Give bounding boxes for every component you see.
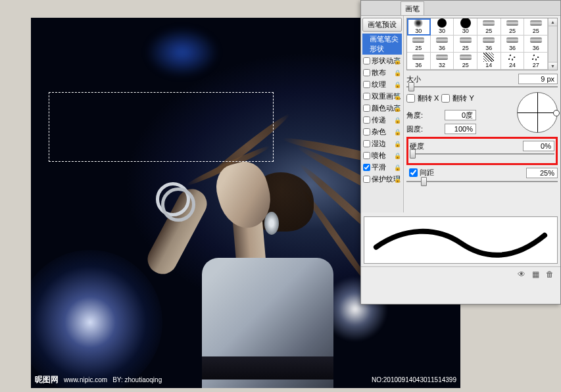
tips-scrollbar[interactable]: ▲▼ xyxy=(548,18,557,70)
brush-tip-icon xyxy=(530,36,542,45)
brush-option-dual-checkbox[interactable] xyxy=(363,93,370,100)
brush-tip-size: 25 xyxy=(485,28,492,34)
brush-tip-cell[interactable]: 14 xyxy=(477,53,501,70)
brush-option-transfer-checkbox[interactable] xyxy=(363,116,370,124)
brush-tip-icon xyxy=(412,36,424,45)
brush-option-airbrush-checkbox[interactable] xyxy=(363,152,370,159)
hardness-input[interactable] xyxy=(523,141,554,151)
brush-option-label: 画笔笔尖形状 xyxy=(370,34,401,54)
lock-icon: 🔒 xyxy=(394,70,401,76)
brush-option-wet[interactable]: 湿边🔒 xyxy=(362,138,402,149)
brush-option-noise[interactable]: 杂色🔒 xyxy=(362,126,402,137)
lock-icon: 🔒 xyxy=(394,129,401,135)
brush-tip-icon xyxy=(460,36,472,45)
brush-option-dual[interactable]: 双重画笔🔒 xyxy=(362,91,402,102)
flip-y-checkbox[interactable] xyxy=(441,94,450,103)
watermark-url: www.nipic.com xyxy=(64,376,107,383)
brush-option-protect-checkbox[interactable] xyxy=(363,176,370,183)
brush-tip-icon xyxy=(436,53,448,62)
brush-tip-size: 25 xyxy=(415,45,422,51)
lock-icon: 🔒 xyxy=(394,176,401,183)
stroke-preview xyxy=(364,216,558,264)
spacing-label: 间距 xyxy=(420,168,434,178)
brush-option-label: 纹理 xyxy=(372,80,386,89)
brush-tip-size: 30 xyxy=(415,28,422,34)
brush-tip-cell[interactable]: 25 xyxy=(477,18,501,36)
brush-tip-cell[interactable]: 36 xyxy=(407,53,431,70)
hardness-slider[interactable] xyxy=(410,152,554,156)
brush-option-smooth-checkbox[interactable] xyxy=(363,164,370,171)
brush-tip-cell[interactable]: 32 xyxy=(431,53,454,70)
brush-tip-cell[interactable]: 36 xyxy=(431,36,454,53)
brush-option-wet-checkbox[interactable] xyxy=(363,140,370,147)
brush-tip-cell[interactable]: 36 xyxy=(501,36,525,53)
brush-option-transfer[interactable]: 传递🔒 xyxy=(362,114,402,126)
blue-glow xyxy=(146,28,218,77)
lock-icon: 🔒 xyxy=(394,82,401,88)
brush-tip-cell[interactable]: 25 xyxy=(454,36,477,53)
brush-tip-cell[interactable]: 24 xyxy=(501,53,525,70)
brush-option-texture-checkbox[interactable] xyxy=(363,81,370,88)
hardness-highlight: 硬度 xyxy=(406,137,558,165)
brush-tip-icon xyxy=(412,18,424,28)
size-input[interactable] xyxy=(518,74,558,84)
brush-option-label: 湿边 xyxy=(372,139,386,149)
brush-option-tip[interactable]: 画笔笔尖形状 xyxy=(362,34,402,55)
brush-option-protect[interactable]: 保护纹理🔒 xyxy=(362,174,402,185)
brush-option-color[interactable]: 颜色动态🔒 xyxy=(362,103,402,114)
brush-option-label: 杂色 xyxy=(372,127,386,137)
spacing-slider[interactable] xyxy=(406,180,558,184)
scroll-up-icon[interactable]: ▲ xyxy=(549,18,557,26)
brush-tip-size: 36 xyxy=(415,62,422,68)
brush-tip-cell[interactable]: 36 xyxy=(524,36,548,53)
roundness-input[interactable] xyxy=(445,124,476,134)
brush-tip-cell[interactable]: 25 xyxy=(501,18,525,36)
brush-tip-icon xyxy=(483,36,495,45)
brush-option-airbrush[interactable]: 喷枪🔒 xyxy=(362,150,402,161)
scroll-down-icon[interactable]: ▼ xyxy=(549,62,557,70)
size-slider[interactable] xyxy=(406,85,558,89)
brush-tip-icon xyxy=(483,53,495,62)
brush-settings: 303030252525253625363636363225142427▲▼ 大… xyxy=(404,16,560,212)
brush-tip-cell[interactable]: 25 xyxy=(454,53,477,70)
angle-input[interactable] xyxy=(445,110,476,120)
brush-option-scatter[interactable]: 散布🔒 xyxy=(362,67,402,78)
spacing-checkbox[interactable] xyxy=(409,168,418,177)
watermark: 昵图网 www.nipic.com BY: zhoutiaoqing NO:20… xyxy=(31,371,460,388)
brush-tip-size: 25 xyxy=(509,28,516,34)
brush-tip-icon xyxy=(412,53,424,62)
brush-tip-cell[interactable]: 36 xyxy=(477,36,501,53)
angle-control[interactable] xyxy=(517,92,558,133)
brush-presets-button[interactable]: 画笔预设 xyxy=(362,18,402,32)
brush-tip-icon xyxy=(460,53,472,62)
delete-brush-icon[interactable]: 🗑 xyxy=(546,270,554,279)
new-brush-icon[interactable]: ▦ xyxy=(532,270,539,279)
brush-tip-cell[interactable]: 25 xyxy=(407,36,431,53)
brush-tip-size: 30 xyxy=(439,28,445,34)
brush-option-label: 传递 xyxy=(372,115,386,125)
brush-tip-icon xyxy=(530,53,542,62)
brush-tip-cell[interactable]: 27 xyxy=(524,53,548,70)
brush-tip-cell[interactable]: 30 xyxy=(431,18,454,36)
flip-x-checkbox[interactable] xyxy=(406,94,415,103)
tab-brush[interactable]: 画笔 xyxy=(401,1,424,15)
brush-tip-cell[interactable]: 30 xyxy=(454,18,477,36)
brush-tip-cell[interactable]: 30 xyxy=(407,18,431,36)
brush-option-noise-checkbox[interactable] xyxy=(363,128,370,135)
brush-option-scatter-checkbox[interactable] xyxy=(363,69,370,76)
roundness-label: 圆度: xyxy=(406,124,445,134)
brush-options-list: 画笔预设 画笔笔尖形状形状动态🔒散布🔒纹理🔒双重画笔🔒颜色动态🔒传递🔒杂色🔒湿边… xyxy=(361,16,404,212)
brush-panel: 画笔 画笔预设 画笔笔尖形状形状动态🔒散布🔒纹理🔒双重画笔🔒颜色动态🔒传递🔒杂色… xyxy=(360,0,561,305)
spacing-input[interactable] xyxy=(526,168,558,178)
brush-option-texture[interactable]: 纹理🔒 xyxy=(362,79,402,90)
brush-option-color-checkbox[interactable] xyxy=(363,105,370,112)
toggle-preview-icon[interactable]: 👁 xyxy=(518,270,525,279)
brush-tip-size: 25 xyxy=(462,62,469,68)
brush-option-smooth[interactable]: 平滑🔒 xyxy=(362,162,402,173)
flip-y-label: 翻转 Y xyxy=(452,93,474,103)
brush-option-label: 平滑 xyxy=(372,162,386,172)
brush-tips-grid[interactable]: 303030252525253625363636363225142427▲▼ xyxy=(406,18,558,70)
brush-option-shape-checkbox[interactable] xyxy=(363,57,370,64)
brush-option-shape[interactable]: 形状动态🔒 xyxy=(362,55,402,66)
brush-tip-cell[interactable]: 25 xyxy=(524,18,548,36)
